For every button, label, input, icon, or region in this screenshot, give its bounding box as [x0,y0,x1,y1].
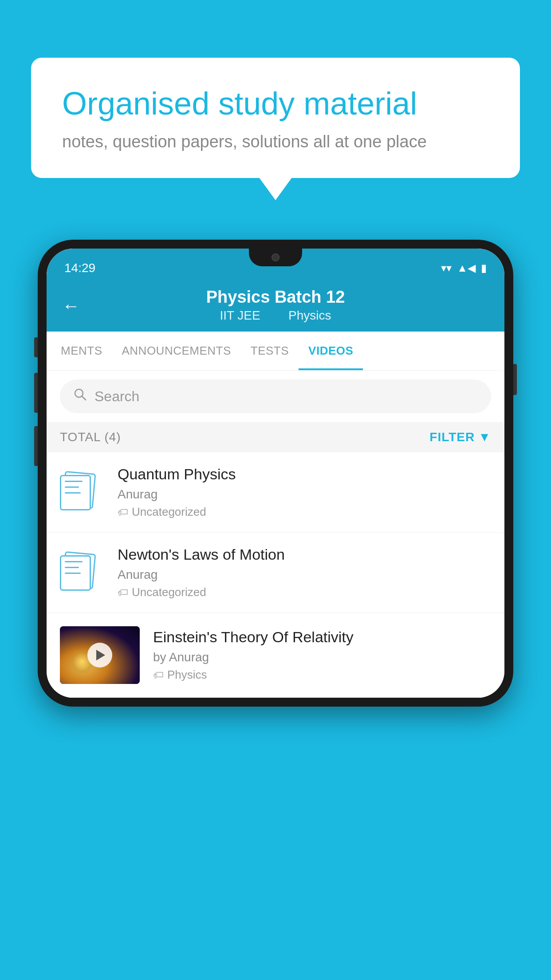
header-title: Physics Batch 12 [64,288,487,307]
search-icon [73,387,87,405]
svg-line-1 [82,396,86,400]
tabs-bar: MENTS ANNOUNCEMENTS TESTS VIDEOS [47,332,504,371]
tag-icon: 🏷 [118,506,128,518]
subtitle-iitjee: IIT JEE [220,308,260,322]
app-header: ← Physics Batch 12 IIT JEE Physics [47,280,504,332]
video-author: by Anurag [153,650,491,664]
tag-label: Uncategorized [132,505,206,519]
speech-bubble: Organised study material notes, question… [31,58,520,178]
camera-dot [272,253,279,261]
video-title: Quantum Physics [118,466,491,483]
tag-label: Uncategorized [132,585,206,599]
video-info: Einstein's Theory Of Relativity by Anura… [153,628,491,682]
tag-icon: 🏷 [153,669,164,681]
list-item[interactable]: Einstein's Theory Of Relativity by Anura… [47,613,504,698]
tag-icon: 🏷 [118,586,128,599]
subtitle-physics: Physics [288,308,331,322]
play-button[interactable] [87,643,112,668]
phone-outer: 14:29 ▾▾ ▲◀ ▮ ← Physics Batch 12 IIT JEE… [38,240,513,707]
power-button [513,364,517,395]
wifi-icon: ▾▾ [441,262,452,274]
video-title: Newton's Laws of Motion [118,546,491,563]
tab-ments[interactable]: MENTS [51,332,112,370]
video-info: Quantum Physics Anurag 🏷 Uncategorized [118,466,491,519]
tab-announcements[interactable]: ANNOUNCEMENTS [112,332,241,370]
list-item[interactable]: Newton's Laws of Motion Anurag 🏷 Uncateg… [47,533,504,613]
search-input-wrap[interactable]: Search [60,379,491,413]
video-tag: 🏷 Uncategorized [118,505,491,519]
speech-bubble-container: Organised study material notes, question… [31,58,520,178]
status-bar: 14:29 ▾▾ ▲◀ ▮ [47,249,504,280]
video-tag: 🏷 Uncategorized [118,585,491,599]
file-stack-icon [60,553,104,593]
subtitle-separator [273,308,280,322]
mute-button [34,337,38,357]
file-stack-icon [60,472,104,512]
tab-tests[interactable]: TESTS [241,332,299,370]
list-item[interactable]: Quantum Physics Anurag 🏷 Uncategorized [47,452,504,533]
phone-wrapper: 14:29 ▾▾ ▲◀ ▮ ← Physics Batch 12 IIT JEE… [38,240,513,707]
filter-label: FILTER [429,430,475,444]
filter-button[interactable]: FILTER ▼ [429,430,491,444]
filter-row: TOTAL (4) FILTER ▼ [47,422,504,452]
file-icon-wrap [60,470,104,514]
tab-videos[interactable]: VIDEOS [299,332,363,370]
phone-screen: 14:29 ▾▾ ▲◀ ▮ ← Physics Batch 12 IIT JEE… [47,249,504,698]
video-author: Anurag [118,568,491,582]
bubble-title: Organised study material [62,84,489,122]
file-icon-wrap [60,550,104,595]
status-icons: ▾▾ ▲◀ ▮ [441,262,487,274]
total-count: TOTAL (4) [60,430,121,444]
status-time: 14:29 [64,261,95,275]
back-button[interactable]: ← [62,296,80,316]
video-title: Einstein's Theory Of Relativity [153,628,491,646]
video-info: Newton's Laws of Motion Anurag 🏷 Uncateg… [118,546,491,599]
video-tag: 🏷 Physics [153,668,491,682]
video-author: Anurag [118,487,491,502]
video-thumbnail [60,626,140,684]
search-container: Search [47,371,504,422]
header-subtitle: IIT JEE Physics [64,308,487,323]
tag-label: Physics [167,668,207,682]
search-input[interactable]: Search [94,388,139,405]
bubble-subtitle: notes, question papers, solutions all at… [62,132,489,151]
volume-down-button [34,426,38,466]
volume-up-button [34,373,38,413]
filter-funnel-icon: ▼ [478,430,491,444]
notch [249,249,302,266]
signal-icon: ▲◀ [457,262,476,274]
play-triangle-icon [96,650,105,660]
battery-icon: ▮ [481,262,487,274]
video-list: Quantum Physics Anurag 🏷 Uncategorized [47,452,504,698]
